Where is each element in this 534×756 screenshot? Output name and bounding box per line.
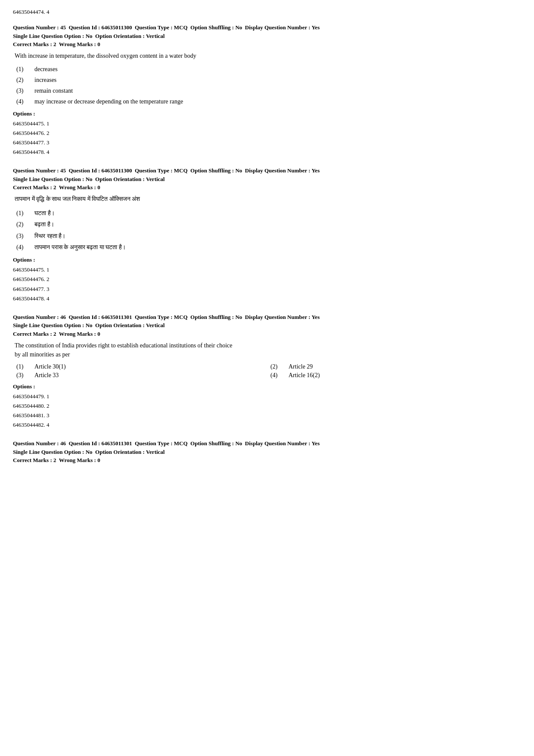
option-id: 64635044481. 3 (13, 411, 521, 420)
list-item: (1) Article 30(1) (13, 363, 267, 370)
option-text: बढ़ता है। (34, 220, 521, 229)
option-text: Article 30(1) (34, 363, 66, 370)
question-meta-q45-en: Question Number : 45 Question Id : 64635… (13, 23, 521, 40)
options-label-q46-en: Options : (13, 383, 521, 390)
option-id: 64635044480. 2 (13, 401, 521, 411)
option-text: घटता है। (34, 209, 521, 218)
question-block-q45-en: Question Number : 45 Question Id : 64635… (13, 23, 521, 157)
option-id: 64635044478. 4 (13, 147, 521, 157)
list-item: (3)स्थिर रहता है। (13, 231, 521, 241)
option-text: Article 33 (34, 372, 59, 379)
option-id: 64635044477. 3 (13, 284, 521, 294)
option-text: तापमान परास के अनुसार बढ़ता या घटता है। (34, 243, 521, 252)
list-item: (1)decreases (13, 65, 521, 74)
option-num: (1) (13, 363, 34, 370)
option-ids-q45-hi: 64635044475. 1 64635044476. 2 6463504447… (13, 265, 521, 303)
option-num: (2) (267, 363, 289, 370)
options-list-q45-hi: (1)घटता है। (2)बढ़ता है। (3)स्थिर रहता ह… (13, 209, 521, 253)
list-item: (1)घटता है। (13, 209, 521, 218)
option-id: 64635044478. 4 (13, 294, 521, 303)
option-num: (3) (13, 372, 34, 379)
option-id: 64635044479. 1 (13, 392, 521, 401)
correct-marks-q46-hi: Correct Marks : 2 Wrong Marks : 0 (13, 457, 521, 464)
list-item: (4)may increase or decrease depending on… (13, 97, 521, 106)
option-text: decreases (34, 65, 521, 74)
list-item: (2) Article 29 (267, 363, 521, 370)
option-id: 64635044482. 4 (13, 420, 521, 430)
option-id: 64635044477. 3 (13, 138, 521, 147)
list-item: (2)बढ़ता है। (13, 220, 521, 229)
option-ids-q45-en: 64635044475. 1 64635044476. 2 6463504447… (13, 119, 521, 157)
option-text: स्थिर रहता है। (34, 231, 521, 241)
correct-marks-q46-en: Correct Marks : 2 Wrong Marks : 0 (13, 331, 521, 337)
option-num: (2) (13, 75, 34, 84)
question-meta-q46-hi: Question Number : 46 Question Id : 64635… (13, 439, 521, 456)
question-text-q45-hi: तापमान में वृद्धि के साथ जल निकाय में वि… (13, 194, 521, 204)
option-num: (1) (13, 209, 34, 218)
options-list-q45-en: (1)decreases (2)increases (3)remain cons… (13, 65, 521, 106)
option-num: (4) (267, 372, 289, 379)
option-text: increases (34, 75, 521, 84)
option-num: (3) (13, 231, 34, 241)
option-text: may increase or decrease depending on th… (34, 97, 521, 106)
question-meta-q46-en: Question Number : 46 Question Id : 64635… (13, 313, 521, 330)
option-num: (1) (13, 65, 34, 74)
options-label-q45-hi: Options : (13, 256, 521, 263)
list-item: (3) Article 33 (13, 372, 267, 379)
option-text: Article 16(2) (289, 372, 320, 379)
question-meta-q45-hi: Question Number : 45 Question Id : 64635… (13, 166, 521, 183)
list-item: (3)remain constant (13, 86, 521, 95)
question-text-q45-en: With increase in temperature, the dissol… (13, 51, 521, 60)
option-text: remain constant (34, 86, 521, 95)
option-num: (2) (13, 220, 34, 229)
top-id: 64635044474. 4 (13, 9, 521, 16)
question-block-q45-hi: Question Number : 45 Question Id : 64635… (13, 166, 521, 303)
option-num: (4) (13, 97, 34, 106)
option-text: Article 29 (289, 363, 313, 370)
question-block-q46-hi: Question Number : 46 Question Id : 64635… (13, 439, 521, 464)
option-id: 64635044475. 1 (13, 265, 521, 275)
correct-marks-q45-hi: Correct Marks : 2 Wrong Marks : 0 (13, 184, 521, 191)
option-id: 64635044476. 2 (13, 275, 521, 284)
option-ids-q46-en: 64635044479. 1 64635044480. 2 6463504448… (13, 392, 521, 430)
question-text-q46-en: The constitution of India provides right… (13, 341, 521, 359)
option-num: (3) (13, 86, 34, 95)
options-label-q45-en: Options : (13, 110, 521, 117)
option-id: 64635044476. 2 (13, 128, 521, 138)
list-item: (2)increases (13, 75, 521, 84)
list-item: (4) Article 16(2) (267, 372, 521, 379)
question-block-q46-en: Question Number : 46 Question Id : 64635… (13, 313, 521, 430)
list-item: (4)तापमान परास के अनुसार बढ़ता या घटता ह… (13, 243, 521, 252)
option-num: (4) (13, 243, 34, 252)
correct-marks-q45-en: Correct Marks : 2 Wrong Marks : 0 (13, 41, 521, 48)
options-grid-q46-en: (1) Article 30(1) (2) Article 29 (3) Art… (13, 363, 521, 379)
option-id: 64635044475. 1 (13, 119, 521, 128)
